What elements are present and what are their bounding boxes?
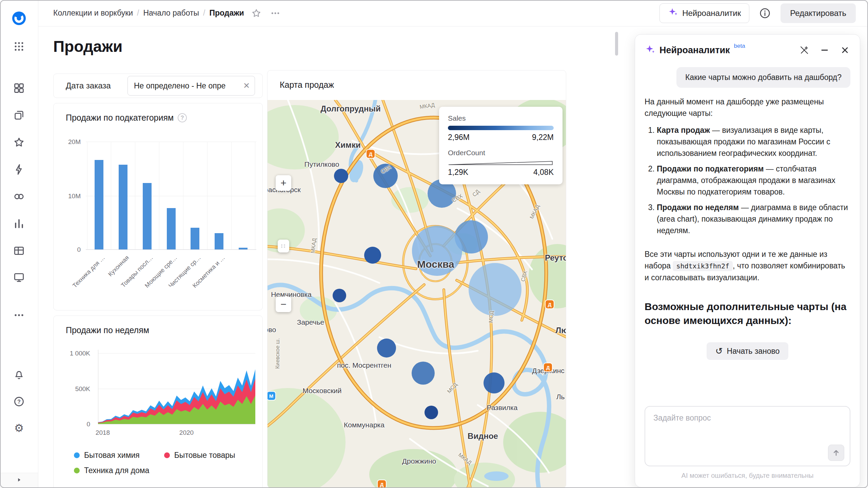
restart-icon: ↺	[715, 347, 723, 355]
transit-station-icon: Д	[378, 480, 386, 488]
sales-map[interactable]: ДолгопрудныйХимкиПутилковорасногорскМоск…	[268, 100, 566, 488]
bar[interactable]	[143, 183, 152, 249]
place-label: пос. Мосрентген	[337, 361, 391, 369]
top-bar: Коллекции и воркбуки / Начало работы / П…	[38, 0, 868, 26]
legend-item[interactable]: Техника для дома	[74, 466, 149, 475]
zoom-out-button[interactable]: −	[276, 297, 291, 312]
assistant-paragraph: Все эти чарты используют одни и те же да…	[645, 248, 850, 283]
apps-grid-icon[interactable]	[12, 40, 26, 53]
workbooks-icon[interactable]	[12, 108, 26, 122]
svg-text:?: ?	[17, 399, 21, 405]
filter-widget: Дата заказа Не определено - Не опре ✕	[53, 74, 263, 98]
tables-icon[interactable]	[12, 244, 26, 258]
breadcrumb-collections[interactable]: Коллекции и воркбуки	[53, 8, 133, 18]
help-icon[interactable]: ?	[12, 395, 26, 408]
transit-station-icon: Д	[546, 300, 554, 308]
zoom-drag-handle[interactable]	[278, 240, 289, 252]
send-button[interactable]	[828, 445, 844, 461]
transit-station-icon: Д	[367, 150, 375, 158]
bar[interactable]	[191, 228, 199, 249]
place-label: Химки	[335, 140, 360, 150]
bar[interactable]	[239, 248, 248, 249]
edit-button[interactable]: Редактировать	[781, 3, 856, 23]
gridline	[159, 142, 159, 249]
place-label: Реуто	[545, 253, 566, 263]
y-tick: 500K	[55, 385, 90, 393]
gridline	[111, 142, 111, 249]
sparkle-icon	[645, 44, 655, 56]
settings-icon[interactable]: ⚙	[12, 421, 26, 435]
map-legend: Sales 2,96M 9,22M OrderCount 1,29K 4,08K	[439, 107, 563, 184]
y-tick: 0	[55, 421, 90, 428]
map-title: Карта продаж	[280, 80, 334, 90]
area-chart[interactable]	[98, 350, 255, 424]
road-label: МКАД	[310, 238, 317, 254]
legend-item[interactable]: Бытовые товары	[164, 451, 235, 460]
place-label: Московский	[302, 387, 341, 395]
restart-label: Начать заново	[727, 347, 780, 356]
transit-station-icon: М	[268, 392, 275, 400]
road-label: СВХ	[451, 193, 464, 204]
more-actions-icon[interactable]	[269, 6, 282, 20]
datalens-logo[interactable]	[12, 12, 26, 25]
bar[interactable]	[215, 233, 223, 249]
beta-badge: beta	[734, 43, 745, 49]
clear-filter-icon[interactable]: ✕	[243, 81, 250, 90]
dashboards-icon[interactable]	[12, 271, 26, 284]
dataset-code-chip[interactable]: shdtxik3fhn2f	[673, 261, 733, 271]
sidebar-collapse-strip[interactable]	[0, 473, 38, 488]
road-label: МКАД	[457, 452, 473, 466]
magic-wand-off-icon[interactable]	[799, 45, 810, 56]
more-icon[interactable]	[12, 308, 26, 322]
neuro-analyst-button[interactable]: Нейроаналитик	[659, 3, 749, 23]
ordercount-max: 4,08K	[533, 168, 554, 177]
date-filter-select[interactable]: Не определено - Не опре ✕	[127, 76, 255, 96]
chart-list: Карта продаж — визуализация в виде карты…	[645, 124, 850, 240]
close-icon[interactable]	[840, 45, 850, 56]
zoom-in-button[interactable]: +	[276, 175, 291, 191]
bar-plot: Техника для …КухоннаяТовары посл…Моющие …	[54, 103, 262, 310]
area-chart-title: Продажи по неделям	[66, 325, 149, 335]
list-item: Продажи по подкатегориям — столбчатая ди…	[657, 163, 850, 198]
left-sidebar: ? ⚙	[0, 0, 38, 488]
breadcrumb-getting-started[interactable]: Начало работы	[143, 8, 199, 18]
place-label: Видное	[468, 431, 498, 441]
legend-dot	[74, 468, 80, 473]
favorites-icon[interactable]	[12, 136, 26, 149]
list-item: Продажи по неделям — диаграмма в виде об…	[657, 202, 850, 236]
question-input[interactable]	[645, 407, 850, 466]
info-icon[interactable]	[758, 6, 772, 20]
ordercount-legend-label: OrderCount	[448, 149, 554, 157]
bar[interactable]	[119, 165, 127, 249]
favorite-star-icon[interactable]	[250, 6, 263, 20]
restart-button[interactable]: ↺ Начать заново	[707, 342, 788, 360]
sales-max: 9,22M	[532, 133, 554, 142]
legend-dot	[164, 452, 170, 458]
bar[interactable]	[95, 160, 103, 249]
x-tick: 2018	[96, 429, 110, 436]
dashboard-scrollbar[interactable]	[615, 32, 618, 56]
place-label: Дрожжино	[402, 457, 436, 465]
notifications-icon[interactable]	[12, 368, 26, 381]
assistant-intro: На данный момент на дашборде уже размеще…	[645, 96, 850, 119]
quick-actions-icon[interactable]	[12, 163, 26, 176]
user-message: Какие чарты можно добавить на дашборд?	[676, 67, 850, 88]
place-label: ово	[268, 326, 276, 334]
sales-min: 2,96M	[448, 133, 470, 142]
road-label: МСД	[446, 382, 458, 394]
ai-disclaimer: AI может ошибаться, будьте внимательны	[645, 472, 850, 480]
charts-icon[interactable]	[12, 217, 26, 230]
list-item: Карта продаж — визуализация в виде карты…	[657, 124, 850, 159]
legend-item[interactable]: Бытовая химия	[74, 451, 140, 460]
bar[interactable]	[167, 208, 176, 249]
neuro-analyst-label: Нейроаналитик	[682, 8, 741, 18]
place-label: Развилка	[487, 404, 518, 412]
gridline	[207, 142, 208, 249]
legend-dot	[74, 452, 80, 458]
neuro-analyst-panel: Нейроаналитик beta Какие чарты можно доб…	[635, 34, 860, 487]
minimize-icon[interactable]	[819, 45, 830, 56]
road-label: МСД	[488, 311, 495, 323]
expand-icon	[16, 476, 22, 485]
collections-icon[interactable]	[12, 81, 26, 95]
datasets-icon[interactable]	[12, 190, 26, 203]
